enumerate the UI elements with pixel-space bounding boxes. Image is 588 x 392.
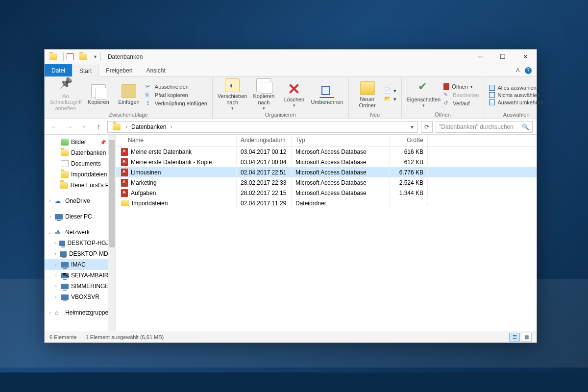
cut-button[interactable]: ✂Ausschneiden <box>146 83 207 90</box>
file-date: 02.04.2017 22:51 <box>237 167 292 178</box>
ribbon-group-open: Öffnen <box>407 111 479 118</box>
file-size: 6.776 KB <box>390 167 428 178</box>
file-type: Microsoft Access Database <box>292 167 390 178</box>
address-dropdown-icon[interactable]: ▾ <box>411 123 414 130</box>
col-date[interactable]: Änderungsdatum <box>237 135 292 146</box>
recent-dropdown[interactable]: ▾ <box>78 121 90 133</box>
col-size[interactable]: Größe <box>390 135 428 146</box>
sidebar-item-pc[interactable]: ›Dieser PC <box>45 211 116 222</box>
select-all-button[interactable]: Alles auswählen <box>489 85 543 91</box>
sidebar-item-net4[interactable]: ›SEIYA-MBAIR <box>45 270 116 281</box>
file-date: 03.04.2017 00:12 <box>237 147 292 157</box>
collapse-ribbon-icon[interactable]: ᐱ <box>516 67 520 74</box>
address-bar[interactable]: › Datenbanken › ▾ <box>107 121 418 133</box>
file-row[interactable]: Marketing28.02.2017 22:33Microsoft Acces… <box>116 177 537 188</box>
file-list: Name Änderungsdatum Typ Größe Meine erst… <box>116 135 537 331</box>
navbar: ← → ▾ ↑ › Datenbanken › ▾ ⟳ "Datenbanken… <box>45 119 537 135</box>
paste-shortcut-button[interactable]: ⇪Verknüpfung einfügen <box>146 100 207 107</box>
delete-button[interactable]: Löschen <box>280 82 308 108</box>
file-size: 2.524 KB <box>390 177 428 188</box>
status-selection: 1 Element ausgewählt (6,61 MB) <box>86 334 164 340</box>
copy-button[interactable]: Kopieren <box>85 84 112 105</box>
sidebar-item-rene[interactable]: Rene Fürst's Pub <box>45 180 116 191</box>
new-item-button[interactable]: 📄▾ <box>384 87 396 94</box>
access-file-icon <box>121 179 128 187</box>
col-type[interactable]: Typ <box>292 135 390 146</box>
minimize-button[interactable]: ─ <box>469 49 491 64</box>
file-row[interactable]: Importdateien02.04.2017 11:29Dateiordner <box>116 198 537 208</box>
tab-start[interactable]: Start <box>72 65 99 77</box>
new-folder-button[interactable]: Neuer Ordner <box>354 81 381 108</box>
file-row[interactable]: Limousinen02.04.2017 22:51Microsoft Acce… <box>116 167 537 177</box>
file-row[interactable]: Meine erste Datenbank - Kopie03.04.2017 … <box>116 157 537 167</box>
paste-button[interactable]: Einfügen <box>115 84 143 105</box>
search-icon: 🔍 <box>522 123 529 130</box>
view-large-button[interactable]: ▦ <box>521 333 532 342</box>
sidebar-item-datenbanken[interactable]: Datenbanken <box>45 147 116 158</box>
search-input[interactable]: "Datenbanken" durchsuchen 🔍 <box>436 121 533 133</box>
view-details-button[interactable]: ☰ <box>509 333 520 342</box>
help-icon[interactable]: ? <box>525 67 532 74</box>
file-date: 28.02.2017 22:15 <box>237 188 292 198</box>
qat-properties-icon[interactable] <box>67 53 74 60</box>
open-button[interactable]: Öffnen ▾ <box>443 83 479 90</box>
properties-button[interactable]: Eigenschaften <box>407 82 441 108</box>
file-name: Meine erste Datenbank <box>131 148 192 155</box>
copyto-button[interactable]: Kopieren nach <box>250 78 277 111</box>
siddit-item-homegroup[interactable]: ›⌂Heimnetzgruppe <box>45 307 116 318</box>
sidebar-item-net1[interactable]: ›DESKTOP-HGJ80 <box>45 238 116 248</box>
invert-selection-button[interactable]: Auswahl umkehren <box>489 99 543 105</box>
edit-button[interactable]: ✎Bearbeiten <box>443 92 479 98</box>
close-button[interactable]: ✕ <box>514 49 537 64</box>
copy-path-button[interactable]: ⎘Pfad kopieren <box>146 92 207 98</box>
sidebar-item-net2[interactable]: ›DESKTOP-MDVT <box>45 248 116 259</box>
history-button[interactable]: ↺Verlauf <box>443 100 479 107</box>
col-name[interactable]: Name <box>116 135 237 146</box>
sidebar-item-documents[interactable]: Documents <box>45 158 116 169</box>
rename-button[interactable]: Umbenennen <box>311 84 343 105</box>
titlebar[interactable]: ▼ Datenbanken ─ ☐ ✕ <box>45 49 537 64</box>
sidebar-item-net3[interactable]: ›IMAC <box>45 259 116 270</box>
navigation-pane[interactable]: Bilder📌 Datenbanken Documents Importdate… <box>45 135 116 331</box>
tab-share[interactable]: Freigeben <box>99 64 139 76</box>
breadcrumb[interactable]: Datenbanken <box>129 123 168 130</box>
sidebar-item-importdateien[interactable]: Importdateien <box>45 169 116 180</box>
pin-quickaccess-button[interactable]: An Schnellzugriff anheften <box>49 78 82 111</box>
refresh-button[interactable]: ⟳ <box>421 121 433 133</box>
moveto-button[interactable]: Verschieben nach <box>218 78 247 111</box>
access-file-icon <box>121 189 128 197</box>
ribbon-group-new: Neu <box>354 111 396 118</box>
sidebar-item-net6[interactable]: ›VBOXSVR <box>45 292 116 302</box>
file-name: Importdateien <box>132 200 168 207</box>
sidebar-item-onedrive[interactable]: ›☁OneDrive <box>45 196 116 206</box>
column-headers[interactable]: Name Änderungsdatum Typ Größe <box>116 135 537 147</box>
sidebar-item-network[interactable]: ⌄🖧Netzwerk <box>45 227 116 238</box>
select-none-button[interactable]: Nichts auswählen <box>489 92 543 98</box>
folder-icon <box>121 200 129 206</box>
file-name: Limousinen <box>131 169 161 176</box>
sidebar-scrollbar[interactable] <box>108 135 116 331</box>
file-date: 03.04.2017 00:04 <box>237 157 292 168</box>
tab-file[interactable]: Datei <box>45 64 72 76</box>
qat-newfolder-icon[interactable] <box>79 53 87 60</box>
file-date: 28.02.2017 22:33 <box>237 177 292 188</box>
maximize-button[interactable]: ☐ <box>491 49 514 64</box>
file-name: Meine erste Datenbank - Kopie <box>131 159 212 166</box>
explorer-window: ▼ Datenbanken ─ ☐ ✕ Datei Start Freigebe… <box>44 49 537 343</box>
file-type: Microsoft Access Database <box>292 188 390 198</box>
access-file-icon <box>121 158 128 166</box>
file-row[interactable]: Meine erste Datenbank03.04.2017 00:12Mic… <box>116 147 537 157</box>
ribbon-group-select: Auswählen <box>489 111 543 118</box>
qat-dropdown-icon[interactable]: ▼ <box>93 54 98 59</box>
up-button[interactable]: ↑ <box>93 121 104 133</box>
easy-access-button[interactable]: 📂▾ <box>384 96 396 102</box>
window-title: Datenbanken <box>108 53 143 60</box>
tab-view[interactable]: Ansicht <box>139 64 172 76</box>
sidebar-item-net5[interactable]: ›SIMMERINGER <box>45 281 116 292</box>
file-row[interactable]: Aufgaben28.02.2017 22:15Microsoft Access… <box>116 188 537 198</box>
back-button[interactable]: ← <box>49 121 60 133</box>
sidebar-item-bilder[interactable]: Bilder📌 <box>45 137 116 147</box>
forward-button[interactable]: → <box>63 121 75 133</box>
ribbon: An Schnellzugriff anheften Kopieren Einf… <box>45 77 537 119</box>
taskbar[interactable] <box>0 372 588 392</box>
